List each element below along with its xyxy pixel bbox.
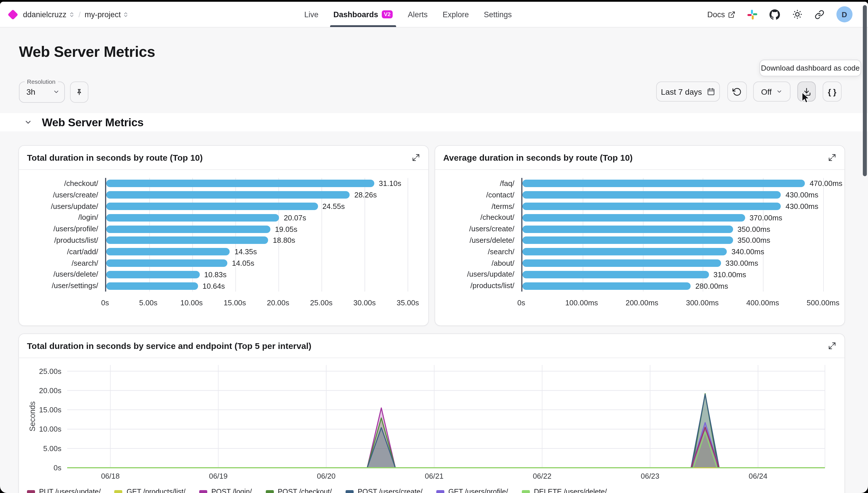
bar[interactable] — [523, 271, 709, 278]
bar-value-label: 19.05s — [275, 225, 297, 233]
bar[interactable] — [523, 237, 733, 244]
legend-item[interactable]: POST /login/ — [199, 488, 252, 493]
bar-value-label: 14.35s — [234, 248, 257, 256]
resolution-select[interactable]: Resolution 3h — [19, 82, 65, 103]
y-tick-label: 5.00s — [43, 444, 61, 453]
legend-item[interactable]: DELETE /users/delete/ — [522, 488, 607, 493]
time-range-button[interactable]: Last 7 days — [656, 82, 720, 102]
category-label: /users/update/ — [443, 269, 514, 280]
bar-value-label: 350.00ms — [737, 236, 770, 245]
card-title: Average duration in seconds by route (To… — [443, 153, 633, 163]
x-tick-label: 06/21 — [425, 472, 443, 480]
bar[interactable] — [523, 214, 745, 221]
github-icon[interactable] — [769, 9, 780, 20]
bar-row: 280.00ms — [523, 280, 839, 292]
expand-icon[interactable] — [828, 342, 837, 350]
legend-swatch-icon — [345, 490, 354, 493]
nav-live[interactable]: Live — [304, 2, 319, 27]
category-label: /about/ — [443, 257, 514, 269]
docs-label: Docs — [707, 10, 725, 19]
bar[interactable] — [106, 237, 268, 244]
bar[interactable] — [106, 191, 350, 198]
bar[interactable] — [106, 225, 270, 233]
auto-refresh-value: Off — [761, 87, 772, 96]
bar-row: 10.83s — [106, 269, 423, 280]
auto-refresh-select[interactable]: Off — [753, 82, 790, 102]
theme-toggle-sun-icon[interactable] — [792, 9, 803, 20]
legend-item[interactable]: GET /products/list/ — [114, 488, 186, 493]
legend-label: DELETE /users/delete/ — [534, 488, 607, 493]
top-navigation-bar: ddanielcruzz / my-project Live Dashboard… — [0, 2, 868, 27]
bar[interactable] — [106, 271, 199, 278]
bar-value-label: 430.00ms — [786, 191, 818, 199]
bar[interactable] — [523, 259, 721, 267]
bar-chart: /faq//contact//terms//checkout//users/cr… — [435, 170, 845, 310]
slack-icon[interactable] — [747, 9, 757, 19]
nav-settings[interactable]: Settings — [484, 2, 512, 27]
bar[interactable] — [106, 214, 279, 221]
legend-label: GET /products/list/ — [127, 488, 186, 493]
x-tick-label: 400.00ms — [746, 298, 779, 307]
org-switcher[interactable]: ddanielcruzz — [23, 10, 75, 19]
legend-item[interactable]: POST /users/create/ — [345, 488, 423, 493]
expand-icon[interactable] — [411, 153, 420, 162]
dashboard-code-button[interactable]: { } — [823, 82, 842, 102]
legend-label: POST /checkout/ — [278, 488, 332, 493]
header-actions: Docs — [707, 2, 852, 27]
nav-alerts[interactable]: Alerts — [408, 2, 428, 27]
bar-row: 430.00ms — [523, 189, 839, 201]
pin-resolution-button[interactable] — [70, 82, 88, 103]
legend-swatch-icon — [436, 490, 444, 493]
active-tab-underline — [330, 25, 396, 27]
expand-icon[interactable] — [828, 153, 837, 162]
x-tick-label: 10.00s — [180, 298, 203, 307]
bar[interactable] — [523, 180, 805, 187]
bar-row: 350.00ms — [523, 235, 839, 246]
bar-row: 18.80s — [106, 235, 423, 246]
x-tick-label: 5.00s — [139, 298, 157, 307]
bar[interactable] — [106, 180, 374, 187]
docs-link[interactable]: Docs — [707, 10, 735, 19]
browser-screen: ddanielcruzz / my-project Live Dashboard… — [0, 2, 868, 493]
y-axis-label: Seconds — [28, 401, 37, 431]
bar-value-label: 10.83s — [204, 270, 227, 279]
bar-chart-plot: 31.10s28.26s24.55s20.07s19.05s18.80s14.3… — [105, 178, 423, 292]
bar[interactable] — [106, 282, 198, 290]
nav-dashboards[interactable]: Dashboards V2 — [334, 2, 393, 27]
category-label: /search/ — [27, 257, 98, 269]
x-tick-label: 200.00ms — [626, 298, 658, 307]
logfire-logo-icon[interactable] — [8, 9, 18, 20]
bar[interactable] — [523, 282, 691, 290]
legend-item[interactable]: GET /users/profile/ — [436, 488, 508, 493]
legend-item[interactable]: PUT /users/update/ — [27, 488, 101, 493]
card-header: Average duration in seconds by route (To… — [435, 146, 845, 170]
project-switcher[interactable]: my-project — [85, 10, 129, 19]
share-link-icon[interactable] — [814, 9, 824, 19]
up-down-chevron-icon — [123, 10, 129, 18]
mouse-cursor-icon — [801, 92, 810, 104]
category-label: /login/ — [27, 212, 98, 223]
nav-explore[interactable]: Explore — [443, 2, 469, 27]
user-avatar[interactable]: D — [837, 6, 852, 22]
section-collapse-header[interactable]: Web Server Metrics — [0, 113, 868, 131]
legend-label: GET /users/profile/ — [448, 488, 508, 493]
bar[interactable] — [523, 191, 781, 198]
refresh-button[interactable] — [727, 82, 747, 102]
bar-row: 310.00ms — [523, 269, 839, 280]
resolution-value: 3h — [26, 82, 35, 102]
legend-item[interactable]: POST /checkout/ — [266, 488, 332, 493]
legend-swatch-icon — [266, 490, 274, 493]
chart-card-average-duration-by-route: Average duration in seconds by route (To… — [435, 145, 845, 326]
legend-swatch-icon — [199, 490, 207, 493]
chart-legend: PUT /users/update/GET /products/list/POS… — [27, 488, 837, 493]
bar[interactable] — [106, 248, 230, 255]
category-label: /users/profile/ — [27, 223, 98, 235]
x-tick-label: 30.00s — [353, 298, 376, 307]
bar[interactable] — [106, 202, 318, 210]
vertical-scrollbar-thumb[interactable] — [863, 5, 867, 176]
bar[interactable] — [106, 259, 227, 267]
bar[interactable] — [523, 225, 733, 233]
bar-chart-plot-zone: 470.00ms430.00ms430.00ms370.00ms350.00ms… — [521, 178, 839, 310]
bar[interactable] — [523, 248, 727, 255]
bar[interactable] — [523, 202, 781, 210]
